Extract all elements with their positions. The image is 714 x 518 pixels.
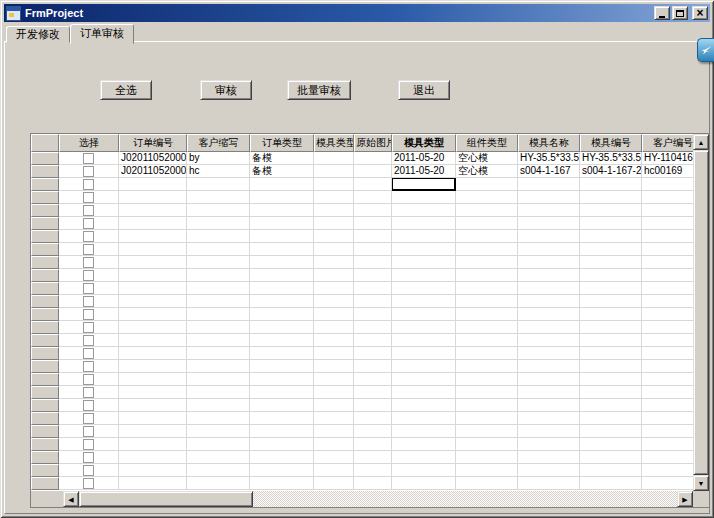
row-checkbox[interactable] bbox=[83, 166, 94, 177]
cell-order_no[interactable] bbox=[119, 425, 187, 438]
vertical-scrollbar[interactable]: ▲ ▼ bbox=[693, 134, 709, 491]
cell-orig_img[interactable] bbox=[354, 477, 392, 490]
cell-orig_img[interactable] bbox=[354, 464, 392, 477]
cell-select[interactable] bbox=[59, 282, 119, 295]
cell-mold_no[interactable] bbox=[580, 269, 642, 282]
cell-select[interactable] bbox=[59, 438, 119, 451]
cell-order_no[interactable] bbox=[119, 477, 187, 490]
cell-mold_no[interactable] bbox=[580, 412, 642, 425]
cell-order_no[interactable]: J020110520001 bbox=[119, 152, 187, 165]
cell-orig_img[interactable] bbox=[354, 386, 392, 399]
cell-cust_abbr[interactable] bbox=[187, 178, 250, 191]
row-header[interactable] bbox=[31, 204, 59, 217]
row-checkbox[interactable] bbox=[83, 257, 94, 268]
cell-mold_no[interactable]: HY-35.5*33.5* bbox=[580, 152, 642, 165]
cell-order_no[interactable] bbox=[119, 204, 187, 217]
row-header[interactable] bbox=[31, 438, 59, 451]
cell-mold_no[interactable] bbox=[580, 334, 642, 347]
column-header-select[interactable]: 选择 bbox=[59, 134, 119, 152]
row-checkbox[interactable] bbox=[83, 452, 94, 463]
row-checkbox[interactable] bbox=[83, 153, 94, 164]
row-header[interactable] bbox=[31, 256, 59, 269]
cell-mold_type2[interactable] bbox=[392, 425, 456, 438]
column-header-cust_abbr[interactable]: 客户缩写 bbox=[187, 134, 250, 152]
cell-cust_no[interactable] bbox=[642, 477, 693, 490]
cell-comp_type[interactable] bbox=[456, 321, 518, 334]
cell-mold_type2[interactable] bbox=[392, 399, 456, 412]
row-checkbox[interactable] bbox=[83, 205, 94, 216]
cell-select[interactable] bbox=[59, 386, 119, 399]
cell-mold_type[interactable] bbox=[314, 360, 354, 373]
row-checkbox[interactable] bbox=[83, 231, 94, 242]
row-checkbox[interactable] bbox=[83, 335, 94, 346]
column-header-comp_type[interactable]: 组件类型 bbox=[456, 134, 518, 152]
cell-select[interactable] bbox=[59, 451, 119, 464]
cell-cust_abbr[interactable] bbox=[187, 230, 250, 243]
cell-order_type[interactable] bbox=[250, 217, 314, 230]
cell-cust_abbr[interactable] bbox=[187, 308, 250, 321]
row-header[interactable] bbox=[31, 217, 59, 230]
cell-orig_img[interactable] bbox=[354, 308, 392, 321]
cell-cust_abbr[interactable] bbox=[187, 321, 250, 334]
cell-mold_no[interactable] bbox=[580, 282, 642, 295]
batch-review-button[interactable]: 批量审核 bbox=[287, 80, 351, 100]
cell-comp_type[interactable] bbox=[456, 178, 518, 191]
cell-cust_no[interactable] bbox=[642, 399, 693, 412]
cell-orig_img[interactable] bbox=[354, 321, 392, 334]
cell-mold_no[interactable] bbox=[580, 295, 642, 308]
cell-mold_no[interactable] bbox=[580, 477, 642, 490]
cell-mold_no[interactable] bbox=[580, 178, 642, 191]
cell-order_type[interactable] bbox=[250, 269, 314, 282]
row-header[interactable] bbox=[31, 347, 59, 360]
cell-comp_type[interactable] bbox=[456, 204, 518, 217]
cell-mold_type[interactable] bbox=[314, 347, 354, 360]
cell-mold_name[interactable] bbox=[518, 399, 580, 412]
cell-mold_type[interactable] bbox=[314, 399, 354, 412]
row-checkbox[interactable] bbox=[83, 413, 94, 424]
cell-mold_name[interactable] bbox=[518, 243, 580, 256]
row-checkbox[interactable] bbox=[83, 244, 94, 255]
cell-select[interactable] bbox=[59, 477, 119, 490]
row-header[interactable] bbox=[31, 295, 59, 308]
cell-order_type[interactable]: 备模 bbox=[250, 165, 314, 178]
row-checkbox[interactable] bbox=[83, 374, 94, 385]
cell-mold_type[interactable] bbox=[314, 204, 354, 217]
cell-cust_no[interactable] bbox=[642, 464, 693, 477]
cell-cust_no[interactable] bbox=[642, 373, 693, 386]
cell-mold_type[interactable] bbox=[314, 256, 354, 269]
cell-order_type[interactable] bbox=[250, 256, 314, 269]
cell-order_type[interactable] bbox=[250, 386, 314, 399]
cell-select[interactable] bbox=[59, 464, 119, 477]
row-header[interactable] bbox=[31, 321, 59, 334]
cell-order_type[interactable] bbox=[250, 295, 314, 308]
cell-order_no[interactable] bbox=[119, 269, 187, 282]
cell-mold_name[interactable] bbox=[518, 464, 580, 477]
cell-select[interactable] bbox=[59, 165, 119, 178]
cell-select[interactable] bbox=[59, 191, 119, 204]
cell-orig_img[interactable] bbox=[354, 347, 392, 360]
cell-comp_type[interactable] bbox=[456, 295, 518, 308]
scroll-up-button[interactable]: ▲ bbox=[693, 134, 709, 150]
cell-mold_type2[interactable] bbox=[392, 347, 456, 360]
cell-order_type[interactable] bbox=[250, 360, 314, 373]
cell-order_type[interactable] bbox=[250, 230, 314, 243]
cell-order_type[interactable] bbox=[250, 243, 314, 256]
cell-select[interactable] bbox=[59, 360, 119, 373]
row-header[interactable] bbox=[31, 399, 59, 412]
cell-orig_img[interactable] bbox=[354, 282, 392, 295]
cell-cust_no[interactable]: HY-11041602 bbox=[642, 152, 693, 165]
cell-mold_name[interactable] bbox=[518, 425, 580, 438]
cell-cust_no[interactable] bbox=[642, 386, 693, 399]
cell-orig_img[interactable] bbox=[354, 373, 392, 386]
cell-select[interactable] bbox=[59, 399, 119, 412]
row-header[interactable] bbox=[31, 165, 59, 178]
cell-comp_type[interactable] bbox=[456, 282, 518, 295]
cell-mold_name[interactable] bbox=[518, 438, 580, 451]
row-checkbox[interactable] bbox=[83, 439, 94, 450]
cell-mold_no[interactable] bbox=[580, 347, 642, 360]
cell-orig_img[interactable] bbox=[354, 243, 392, 256]
cell-mold_type[interactable] bbox=[314, 295, 354, 308]
cell-cust_no[interactable] bbox=[642, 178, 693, 191]
cell-order_no[interactable] bbox=[119, 451, 187, 464]
cell-mold_type2[interactable] bbox=[392, 295, 456, 308]
